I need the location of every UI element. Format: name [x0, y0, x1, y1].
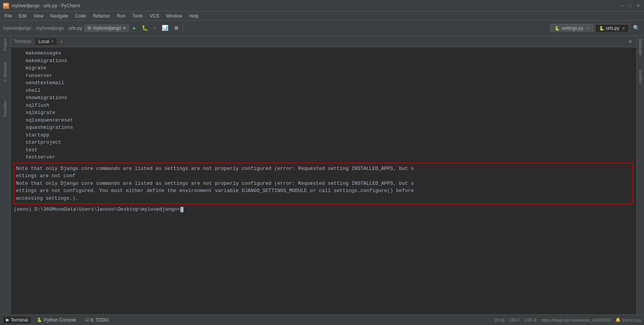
encoding-status[interactable]: UTF-8 [524, 318, 536, 322]
pycharm-logo: PC [3, 3, 9, 9]
breadcrumb-part-2[interactable]: mylovedjango [36, 26, 64, 31]
menu-tools[interactable]: Tools [129, 13, 146, 19]
tab-settings-py-close[interactable]: ✕ [586, 26, 589, 30]
terminal-line-runserver: runserver [14, 72, 633, 80]
terminal-tab-icon: ▶ [6, 317, 9, 322]
debug-button[interactable]: 🐛 [140, 24, 150, 32]
terminal-line-test: test [14, 146, 633, 154]
event-log-value: Event Log [622, 318, 641, 322]
line-col-value: 19:16 [494, 318, 505, 322]
terminal-settings-icon[interactable]: ⚙ [627, 38, 633, 45]
menu-vcs[interactable]: VCS [147, 13, 162, 19]
project-dropdown[interactable]: ⚙ mylovedjango ▼ [84, 24, 129, 32]
close-button[interactable]: ✕ [636, 3, 641, 8]
dropdown-arrow-icon: ▼ [123, 26, 126, 30]
error-line-2: ettings are not conf [16, 172, 631, 180]
bottom-tab-todo[interactable]: ☑ 6: TODO [82, 317, 112, 323]
breadcrumb-part-1[interactable]: mylovedjango [3, 26, 31, 31]
url-status[interactable]: https://blogcsdn.net/weixin_43481593 [541, 318, 611, 322]
bottom-tab-todo-label: 6: TODO [91, 317, 109, 323]
line-col-status[interactable]: 19:16 [494, 318, 505, 322]
terminal-header: Terminal: Local ✕ + ⚙ [11, 36, 636, 47]
menubar: File Edit View Navigate Code Refactor Ru… [0, 11, 644, 21]
breadcrumb-sep-1: › [33, 26, 34, 31]
menu-help[interactable]: Help [186, 13, 202, 19]
terminal-line-showmigrations: showmigrations [14, 94, 633, 102]
editor-tabs: 🐍 settings.py ✕ 🐍 urls.py ✕ [550, 24, 629, 32]
terminal-content[interactable]: makemessages makemigrations migrate runs… [11, 47, 636, 314]
bottom-toolbar: ▶ Terminal 🐍 Python Console ☑ 6: TODO 19… [0, 314, 644, 325]
terminal-add-button[interactable]: + [60, 38, 63, 45]
bottom-toolbar-right: 19:16 CRLF UTF-8 https://blogcsdn.net/we… [494, 317, 641, 322]
tab-settings-py[interactable]: 🐍 settings.py ✕ [550, 24, 593, 32]
python-console-icon: 🐍 [37, 317, 42, 322]
terminal-tab-local-label: Local [38, 39, 49, 44]
breadcrumb-sep-2: › [65, 26, 67, 31]
left-sidebar: Project 2: Structure Favorites [0, 36, 11, 314]
terminal-tab-local[interactable]: Local ✕ [35, 38, 57, 45]
terminal-line-makemigrations: makemigrations [14, 57, 633, 65]
menu-file[interactable]: File [2, 13, 15, 19]
menu-navigate[interactable]: Navigate [47, 13, 71, 19]
profile-button[interactable]: ⚡ [152, 24, 158, 32]
bottom-tab-python-console[interactable]: 🐍 Python Console [34, 317, 79, 323]
bottom-tab-terminal-label: Terminal [11, 317, 28, 323]
search-icon[interactable]: 🔍 [631, 24, 641, 32]
bottom-toolbar-left: ▶ Terminal 🐍 Python Console ☑ 6: TODO [3, 317, 112, 323]
encoding-value: UTF-8 [524, 318, 536, 322]
terminal-prompt[interactable]: (venv) D:\360MoveData\Users\lenovo\Deskt… [14, 206, 633, 213]
crlf-status[interactable]: CRLF [509, 318, 520, 322]
settings-py-icon: 🐍 [555, 26, 560, 31]
terminal-line-sendtestemail: sendtestemail [14, 79, 633, 87]
terminal-line-startproject: startproject [14, 139, 633, 146]
tab-urls-py-close[interactable]: ✕ [622, 26, 625, 30]
titlebar-controls[interactable]: ─ □ ✕ [619, 3, 641, 8]
tab-urls-py[interactable]: 🐍 urls.py ✕ [595, 24, 629, 32]
project-dropdown-label: mylovedjango [93, 26, 121, 31]
terminal-cursor [180, 207, 183, 212]
terminal-line-sqlflush: sqlflush [14, 102, 633, 109]
sidebar-item-project[interactable]: Project [3, 37, 7, 52]
menu-code[interactable]: Code [72, 13, 89, 19]
terminal-line-migrate: migrate [14, 64, 633, 72]
minimize-button[interactable]: ─ [619, 3, 624, 8]
sidebar-item-structure[interactable]: 2: Structure [3, 61, 7, 83]
terminal-line-shell: shell [14, 87, 633, 94]
crlf-value: CRLF [509, 318, 520, 322]
main-layout: Project 2: Structure Favorites Terminal:… [0, 36, 644, 314]
menu-window[interactable]: Window [163, 13, 185, 19]
titlebar-title: mylovedjango - urls.py - PyCharm [11, 3, 80, 8]
terminal-label: Terminal: [14, 39, 32, 44]
terminal-tab-close[interactable]: ✕ [51, 39, 54, 43]
error-line-3: Note that only Django core commands are … [16, 180, 631, 187]
maximize-button[interactable]: □ [627, 3, 633, 8]
toolbar-separator [183, 25, 183, 32]
todo-icon: ☑ [85, 317, 89, 322]
menu-refactor[interactable]: Refactor [90, 13, 113, 19]
url-value: https://blogcsdn.net/weixin_43481593 [541, 318, 611, 322]
bottom-tab-terminal[interactable]: ▶ Terminal [3, 317, 31, 323]
project-dropdown-icon: ⚙ [87, 26, 91, 31]
error-line-1: Note that only Django core commands are … [16, 165, 631, 173]
sidebar-item-database[interactable]: Database [638, 37, 642, 57]
stop-button[interactable]: ⏹ [172, 24, 180, 32]
toolbar: mylovedjango › mylovedjango › urls.py ⚙ … [0, 21, 644, 36]
menu-view[interactable]: View [30, 13, 46, 19]
menu-edit[interactable]: Edit [16, 13, 30, 19]
terminal-line-squashmigrations: squashmigrations [14, 124, 633, 131]
terminal-header-right: ⚙ [627, 38, 633, 45]
error-line-5: accessing settings.). [16, 195, 631, 202]
urls-py-icon: 🐍 [599, 26, 604, 31]
sidebar-item-favorites[interactable]: Favorites [3, 99, 7, 118]
coverage-button[interactable]: 📊 [160, 24, 170, 32]
breadcrumb-part-3[interactable]: urls.py [69, 26, 82, 31]
event-log-status[interactable]: 🔔 Event Log [615, 317, 641, 322]
titlebar-left: PC mylovedjango - urls.py - PyCharm [3, 3, 80, 9]
terminal-line-sqlmigrate: sqlmigrate [14, 109, 633, 117]
run-button[interactable]: ▶ [131, 24, 137, 32]
sidebar-item-sciview[interactable]: SciView [638, 68, 642, 85]
error-line-4: ettings are not configured. You must eit… [16, 187, 631, 195]
menu-run[interactable]: Run [114, 13, 128, 19]
tab-urls-py-label: urls.py [606, 26, 619, 31]
right-sidebar: Database SciView [636, 36, 644, 314]
